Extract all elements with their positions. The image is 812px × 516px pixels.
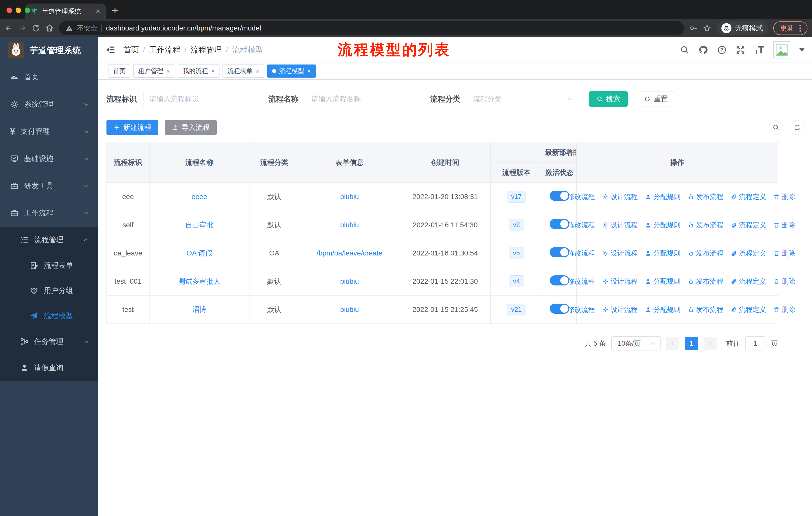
show-search-button[interactable] [769,120,783,135]
filter-id-input[interactable]: 请输入流程标识 [143,91,255,107]
form-info-link[interactable]: biubiu [340,306,359,314]
breadcrumb-item[interactable]: 工作流程 [149,45,180,55]
active-toggle[interactable] [550,219,569,229]
browser-update-button[interactable]: 更新 [773,21,808,35]
sidebar-item-task-tree[interactable]: 任务管理 [0,329,98,355]
active-toggle[interactable] [550,191,569,201]
create-model-button[interactable]: 新建流程 [107,120,158,135]
sidebar-logo[interactable]: 芋道管理系统 [0,37,98,63]
close-window-button[interactable] [6,7,12,13]
sidebar-fold-icon[interactable] [106,45,116,55]
action-delete-link[interactable]: 删除 [773,192,795,201]
tag-close-icon[interactable]: × [256,68,259,74]
address-bar[interactable]: 不安全 dashboard.yudao.iocoder.cn/bpm/manag… [59,21,684,35]
action-assign-user-link[interactable]: 分配规则 [645,249,680,258]
tag-chip[interactable]: 我的流程× [178,64,220,78]
bookmark-star-icon[interactable] [703,24,711,32]
fullscreen-icon[interactable] [736,45,745,55]
tag-chip[interactable]: 首页 [108,64,130,78]
github-icon[interactable] [698,45,708,55]
form-info-link[interactable]: biubiu [340,193,359,200]
action-assign-user-link[interactable]: 分配规则 [645,192,680,201]
url-text[interactable]: dashboard.yudao.iocoder.cn/bpm/manager/m… [106,24,261,32]
breadcrumb-item[interactable]: 流程管理 [191,45,222,55]
action-delete-link[interactable]: 删除 [773,220,795,229]
tab-close-icon[interactable]: × [96,7,100,15]
action-design-link[interactable]: 设计流程 [602,277,638,286]
action-definition-link-link[interactable]: 流程定义 [730,277,766,286]
breadcrumb-item[interactable]: 首页 [123,45,139,55]
browser-tab[interactable]: 芋道管理系统 × [25,3,106,19]
action-publish-link[interactable]: 发布流程 [688,192,723,201]
new-tab-button[interactable]: + [112,4,118,17]
font-size-icon[interactable]: TT [754,45,764,55]
sidebar-item-briefcase[interactable]: 工作流程 [0,199,98,227]
prev-page-button[interactable] [666,337,679,350]
sidebar-item-gear[interactable]: 系统管理 [0,91,98,118]
active-toggle[interactable] [550,247,569,257]
security-label[interactable]: 不安全 [77,24,97,33]
action-design-link[interactable]: 设计流程 [602,220,638,229]
action-delete-link[interactable]: 删除 [773,277,795,286]
model-name-link[interactable]: eeee [192,193,207,200]
minimize-window-button[interactable] [16,7,21,13]
version-badge[interactable]: v17 [507,191,526,202]
next-page-button[interactable] [703,337,717,350]
search-icon[interactable] [680,45,689,55]
model-name-link[interactable]: 自己审批 [185,221,213,229]
help-icon[interactable] [717,45,727,55]
tag-chip[interactable]: 流程模型× [267,64,316,78]
search-button[interactable]: 搜索 [589,91,628,107]
key-icon[interactable] [689,24,698,32]
browser-menu-icon[interactable] [800,25,801,32]
window-controls[interactable] [6,7,30,13]
reload-icon[interactable] [32,24,40,32]
sidebar-item-yen[interactable]: ¥支付管理 [0,118,98,145]
action-design-link[interactable]: 设计流程 [602,192,638,201]
import-model-button[interactable]: 导入流程 [165,120,217,135]
tag-close-icon[interactable]: × [211,68,215,74]
zoom-window-button[interactable] [25,7,30,13]
action-assign-user-link[interactable]: 分配规则 [645,305,680,314]
refresh-table-button[interactable] [790,120,805,135]
sidebar-item-person[interactable]: 请假查询 [0,355,98,381]
active-toggle[interactable] [550,275,569,286]
avatar-caret-icon[interactable] [800,48,805,52]
forward-icon[interactable] [18,24,27,32]
version-badge[interactable]: v4 [509,275,524,287]
sidebar-item-user-group[interactable]: 用户分组 [0,278,98,303]
action-publish-link[interactable]: 发布流程 [688,277,723,286]
home-icon[interactable] [45,24,54,32]
action-assign-user-link[interactable]: 分配规则 [645,277,680,286]
action-definition-link-link[interactable]: 流程定义 [730,305,766,314]
model-name-link[interactable]: OA 请假 [186,249,212,257]
page-size-select[interactable]: 10条/页 [611,336,661,350]
action-delete-link[interactable]: 删除 [773,305,795,314]
active-toggle[interactable] [550,304,569,314]
action-definition-link-link[interactable]: 流程定义 [730,249,766,258]
action-definition-link-link[interactable]: 流程定义 [730,192,766,201]
sidebar-item-tree-list[interactable]: 流程管理 [0,227,98,253]
sidebar-item-monitor[interactable]: 基础设施 [0,145,98,172]
form-info-link[interactable]: biubiu [340,277,359,285]
sidebar-item-form-doc[interactable]: 流程表单 [0,253,98,278]
form-info-link[interactable]: biubiu [340,221,359,229]
filter-name-input[interactable]: 请输入流程名称 [305,91,417,107]
action-publish-link[interactable]: 发布流程 [688,249,723,258]
action-delete-link[interactable]: 删除 [773,249,795,258]
model-name-link[interactable]: 滔博 [192,306,206,314]
current-page-button[interactable]: 1 [685,337,698,350]
action-design-link[interactable]: 设计流程 [602,305,638,314]
tag-close-icon[interactable]: × [166,68,170,74]
tag-chip[interactable]: 租户管理× [134,64,175,78]
action-assign-user-link[interactable]: 分配规则 [645,220,680,229]
tag-chip[interactable]: 流程表单× [223,64,264,78]
reset-button[interactable]: 重置 [637,91,675,107]
filter-category-select[interactable]: 流程分类 [467,91,579,107]
sidebar-item-dashboard[interactable]: 首页 [0,63,98,91]
tag-close-icon[interactable]: × [307,68,311,74]
action-design-link[interactable]: 设计流程 [602,249,638,258]
version-badge[interactable]: v2 [509,219,524,231]
action-definition-link-link[interactable]: 流程定义 [730,220,766,229]
version-badge[interactable]: v5 [509,247,524,259]
